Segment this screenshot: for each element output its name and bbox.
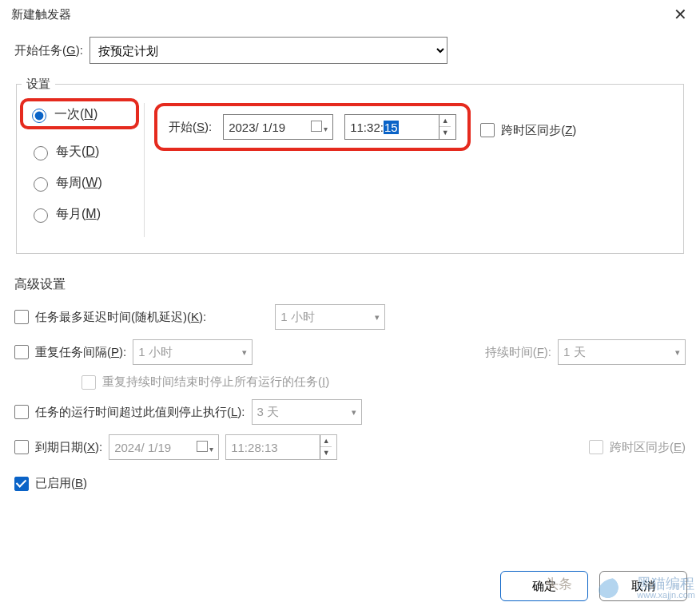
adv-delay-row: 任务最多延迟时间(随机延迟)(K): 1 小时 ▾	[14, 304, 686, 330]
adv-duration-value: 1 天	[563, 345, 586, 360]
freq-monthly-label: 每月(M)	[56, 206, 101, 223]
titlebar: 新建触发器 ✕	[0, 0, 700, 29]
calendar-icon[interactable]	[197, 441, 208, 452]
button-bar: 确定 取消	[500, 571, 687, 601]
start-time-value: 11:32:15	[350, 121, 398, 134]
adv-repeat-checkbox[interactable]: 重复任务间隔(P):	[14, 345, 126, 360]
adv-expire-date-input[interactable]: 2024/ 1/19 ▾	[109, 434, 219, 460]
adv-repeat-combo[interactable]: 1 小时 ▾	[133, 339, 253, 365]
ok-button[interactable]: 确定	[500, 571, 588, 601]
adv-repeat-row: 重复任务间隔(P): 1 小时 ▾ 持续时间(F): 1 天 ▾	[14, 339, 686, 365]
chevron-down-icon[interactable]: ▾	[675, 347, 680, 358]
spinner-up-icon[interactable]: ▲	[320, 435, 332, 447]
start-task-label: 开始任务(G):	[14, 43, 83, 58]
cancel-button[interactable]: 取消	[599, 571, 687, 601]
freq-once-label: 一次(N)	[54, 106, 97, 123]
settings-group: 设置 一次(N) 每天(D) 每	[16, 77, 684, 254]
adv-expire-row: 到期日期(X): 2024/ 1/19 ▾ 11:28:13 ▲ ▼ 跨时区同步…	[14, 434, 686, 460]
adv-stop-on-duration-label: 重复持续时间结束时停止所有运行的任务(I)	[102, 374, 329, 390]
adv-expire-box[interactable]	[14, 440, 29, 454]
chevron-down-icon[interactable]: ▾	[242, 347, 247, 358]
freq-weekly-label: 每周(W)	[56, 175, 102, 192]
chevron-down-icon[interactable]: ▾	[209, 445, 213, 454]
adv-enabled-label: 已启用(B)	[35, 476, 87, 491]
adv-duration-label: 持续时间(F):	[485, 345, 551, 360]
start-time-input[interactable]: 11:32:15 ▲ ▼	[344, 114, 456, 140]
adv-expire-time-input[interactable]: 11:28:13 ▲ ▼	[225, 434, 337, 460]
start-datetime-group: 开始(S): 2023/ 1/19 ▾ 11:32:15 ▲	[154, 103, 471, 151]
adv-enabled-box[interactable]	[14, 477, 29, 491]
adv-repeat-value: 1 小时	[138, 345, 173, 360]
adv-stopafter-label: 任务的运行时间超过此值则停止执行(L):	[35, 405, 245, 420]
adv-stopafter-value: 3 天	[257, 405, 280, 420]
adv-delay-label: 任务最多延迟时间(随机延迟)(K):	[35, 310, 206, 325]
adv-enabled-row: 已启用(B)	[14, 476, 686, 491]
adv-delay-box[interactable]	[14, 310, 29, 324]
adv-expire-sync-label: 跨时区同步(E)	[610, 440, 686, 455]
adv-expire-sync-checkbox: 跨时区同步(E)	[589, 440, 686, 455]
sync-tz-checkbox[interactable]: 跨时区同步(Z)	[480, 123, 576, 138]
chevron-down-icon[interactable]: ▾	[352, 407, 356, 418]
adv-expire-date-value: 2024/ 1/19	[114, 441, 171, 454]
advanced-title: 高级设置	[14, 276, 686, 293]
adv-stopafter-box[interactable]	[14, 405, 29, 419]
freq-daily-label: 每天(D)	[56, 144, 99, 160]
dialog-body: 开始任务(G): 按预定计划 设置 一次(N) 每天(D)	[0, 29, 700, 491]
calendar-icon[interactable]	[311, 121, 322, 132]
freq-once[interactable]: 一次(N)	[20, 98, 139, 129]
chevron-down-icon[interactable]: ▾	[375, 312, 380, 323]
start-task-row: 开始任务(G): 按预定计划	[14, 37, 686, 64]
freq-weekly-radio[interactable]	[34, 177, 48, 192]
adv-stop-on-duration-checkbox: 重复持续时间结束时停止所有运行的任务(I)	[82, 374, 329, 390]
adv-repeat-box[interactable]	[14, 345, 29, 359]
freq-weekly[interactable]: 每周(W)	[30, 175, 139, 192]
frequency-column: 一次(N) 每天(D) 每周(W)	[25, 103, 145, 237]
adv-stopafter-checkbox[interactable]: 任务的运行时间超过此值则停止执行(L):	[14, 405, 245, 420]
adv-stop-on-duration-row: 重复持续时间结束时停止所有运行的任务(I)	[82, 374, 686, 390]
freq-monthly[interactable]: 每月(M)	[30, 206, 139, 223]
adv-expire-checkbox[interactable]: 到期日期(X):	[14, 440, 102, 455]
adv-stop-on-duration-box	[82, 375, 96, 390]
adv-expire-sync-box	[589, 440, 603, 454]
settings-legend: 设置	[22, 77, 55, 92]
spinner-down-icon[interactable]: ▼	[439, 127, 451, 139]
adv-delay-value: 1 小时	[280, 310, 315, 325]
start-date-input[interactable]: 2023/ 1/19 ▾	[223, 114, 333, 140]
time-spinner[interactable]: ▲ ▼	[320, 435, 332, 459]
freq-daily-radio[interactable]	[34, 146, 48, 160]
sync-tz-box[interactable]	[480, 123, 495, 137]
adv-expire-label: 到期日期(X):	[35, 440, 102, 455]
time-spinner[interactable]: ▲ ▼	[439, 115, 451, 139]
freq-monthly-radio[interactable]	[34, 208, 48, 223]
spinner-up-icon[interactable]: ▲	[439, 115, 451, 127]
adv-expire-time-value: 11:28:13	[231, 441, 277, 454]
start-label: 开始(S):	[169, 120, 212, 135]
spinner-down-icon[interactable]: ▼	[320, 447, 332, 459]
start-task-select[interactable]: 按预定计划	[89, 37, 447, 64]
chevron-down-icon[interactable]: ▾	[324, 125, 328, 133]
close-icon[interactable]: ✕	[668, 5, 692, 24]
adv-delay-combo[interactable]: 1 小时 ▾	[275, 304, 385, 330]
window-title: 新建触发器	[11, 7, 71, 22]
sync-tz-label: 跨时区同步(Z)	[501, 123, 576, 138]
start-date-value: 2023/ 1/19	[229, 121, 285, 134]
adv-stopafter-combo[interactable]: 3 天 ▾	[252, 399, 362, 425]
freq-once-radio[interactable]	[32, 109, 46, 123]
adv-repeat-label: 重复任务间隔(P):	[35, 345, 126, 360]
freq-daily[interactable]: 每天(D)	[30, 144, 139, 160]
frequency-detail: 开始(S): 2023/ 1/19 ▾ 11:32:15 ▲	[145, 103, 675, 237]
adv-stopafter-row: 任务的运行时间超过此值则停止执行(L): 3 天 ▾	[14, 399, 686, 425]
adv-duration-combo[interactable]: 1 天 ▾	[558, 339, 686, 365]
adv-enabled-checkbox[interactable]: 已启用(B)	[14, 476, 87, 491]
adv-delay-checkbox[interactable]: 任务最多延迟时间(随机延迟)(K):	[14, 310, 206, 325]
